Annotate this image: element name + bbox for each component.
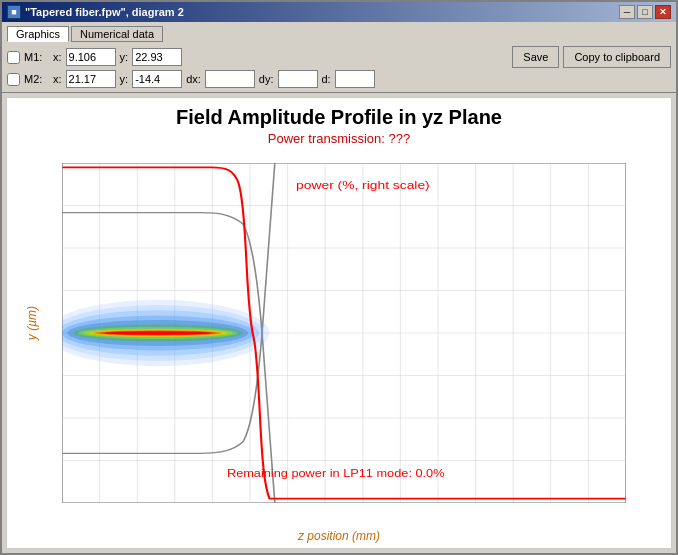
copy-clipboard-button[interactable]: Copy to clipboard — [563, 46, 671, 68]
save-button[interactable]: Save — [512, 46, 559, 68]
main-window: ■ "Tapered fiber.fpw", diagram 2 ─ □ ✕ G… — [0, 0, 678, 555]
chart-svg: power (%, right scale) Remaining power i… — [62, 163, 626, 503]
maximize-button[interactable]: □ — [637, 5, 653, 19]
tab-graphics[interactable]: Graphics — [7, 26, 69, 42]
dy-input[interactable] — [278, 70, 318, 88]
chart-inner: power (%, right scale) Remaining power i… — [62, 163, 626, 503]
m2-x-input[interactable] — [66, 70, 116, 88]
m1-y-label: y: — [120, 51, 129, 63]
title-bar: ■ "Tapered fiber.fpw", diagram 2 ─ □ ✕ — [2, 2, 676, 22]
title-bar-left: ■ "Tapered fiber.fpw", diagram 2 — [7, 5, 184, 19]
toolbar: Graphics Numerical data M1: x: y: Save C… — [2, 22, 676, 93]
dy-label: dy: — [259, 73, 274, 85]
close-button[interactable]: ✕ — [655, 5, 671, 19]
window-title: "Tapered fiber.fpw", diagram 2 — [25, 6, 184, 18]
m1-x-input[interactable] — [66, 48, 116, 66]
tab-bar: Graphics Numerical data — [7, 26, 671, 42]
m2-x-label: x: — [53, 73, 62, 85]
m2-y-label: y: — [120, 73, 129, 85]
title-buttons: ─ □ ✕ — [619, 5, 671, 19]
m2-checkbox[interactable] — [7, 73, 20, 86]
m1-x-label: x: — [53, 51, 62, 63]
m2-y-input[interactable] — [132, 70, 182, 88]
d-label: d: — [322, 73, 331, 85]
m1-y-input[interactable] — [132, 48, 182, 66]
svg-text:power (%, right scale): power (%, right scale) — [296, 179, 430, 192]
chart-title: Field Amplitude Profile in yz Plane — [7, 98, 671, 129]
m2-label: M2: — [24, 73, 49, 85]
dx-input[interactable] — [205, 70, 255, 88]
dx-label: dx: — [186, 73, 201, 85]
m1-label: M1: — [24, 51, 49, 63]
y-axis-label-left: y (µm) — [25, 306, 39, 340]
d-input[interactable] — [335, 70, 375, 88]
chart-area: Field Amplitude Profile in yz Plane Powe… — [6, 97, 672, 549]
x-axis-label: z position (mm) — [298, 529, 380, 543]
chart-subtitle: Power transmission: ??? — [7, 131, 671, 146]
m1-checkbox[interactable] — [7, 51, 20, 64]
svg-text:Remaining power in LP11 mode: : Remaining power in LP11 mode: 0.0% — [227, 467, 445, 479]
svg-point-37 — [105, 331, 211, 334]
minimize-button[interactable]: ─ — [619, 5, 635, 19]
tab-numerical[interactable]: Numerical data — [71, 26, 163, 42]
window-icon: ■ — [7, 5, 21, 19]
